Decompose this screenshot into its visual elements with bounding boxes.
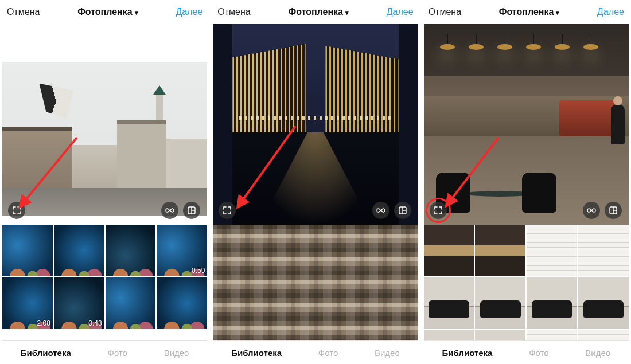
tab-video[interactable]: Видео	[585, 348, 610, 358]
expand-crop-button[interactable]	[430, 202, 447, 219]
collage-icon	[609, 206, 617, 214]
screen-3: Отмена Фотопленка ▾ Далее	[424, 0, 629, 364]
album-title: Фотопленка	[499, 7, 554, 17]
thumbnail[interactable]	[424, 225, 474, 276]
thumbnail[interactable]: 0:59	[157, 225, 207, 276]
album-picker[interactable]: Фотопленка ▾	[499, 7, 560, 17]
expand-icon	[223, 206, 231, 214]
thumbnail-grid[interactable]	[424, 225, 629, 340]
album-picker[interactable]: Фотопленка ▾	[77, 7, 138, 17]
video-duration: 0:43	[88, 319, 102, 327]
thumbnail[interactable]	[157, 277, 207, 329]
boomerang-button[interactable]	[583, 202, 600, 219]
preview-area[interactable]	[213, 24, 418, 225]
thumbnail[interactable]: 2:08	[2, 277, 53, 329]
bottom-tabs: Библиотека Фото Видео	[213, 340, 418, 364]
tab-photo[interactable]: Фото	[107, 348, 127, 358]
thumbnail[interactable]	[424, 330, 474, 340]
thumbnail[interactable]	[2, 225, 53, 276]
next-button[interactable]: Далее	[176, 7, 202, 17]
thumbnail[interactable]	[475, 277, 525, 329]
topbar: Отмена Фотопленка ▾ Далее	[424, 0, 629, 24]
preview-area[interactable]	[424, 24, 629, 225]
tab-photo[interactable]: Фото	[318, 348, 338, 358]
thumbnail[interactable]	[527, 225, 577, 276]
cancel-button[interactable]: Отмена	[429, 7, 461, 17]
album-title: Фотопленка	[289, 7, 344, 17]
next-button[interactable]: Далее	[387, 7, 414, 17]
chevron-down-icon: ▾	[556, 9, 559, 17]
expand-crop-button[interactable]	[8, 202, 25, 219]
thumbnail-grid[interactable]	[213, 225, 418, 340]
chevron-down-icon: ▾	[345, 9, 349, 17]
thumbnail[interactable]	[527, 330, 577, 340]
thumbnail[interactable]	[424, 277, 474, 329]
infinity-icon	[376, 208, 386, 213]
thumbnail[interactable]: 0:43	[54, 277, 104, 329]
album-picker[interactable]: Фотопленка ▾	[289, 7, 349, 17]
collage-icon	[399, 206, 407, 214]
thumbnail[interactable]	[578, 225, 629, 276]
video-duration: 0:59	[192, 267, 205, 275]
boomerang-button[interactable]	[372, 202, 389, 219]
thumbnail[interactable]	[475, 225, 525, 276]
expand-icon	[13, 206, 21, 214]
thumbnail[interactable]	[578, 277, 629, 329]
cancel-button[interactable]: Отмена	[217, 7, 250, 17]
multi-select-button[interactable]	[605, 202, 622, 219]
topbar: Отмена Фотопленка ▾ Далее	[2, 0, 207, 24]
screen-2: Отмена Фотопленка ▾ Далее	[213, 0, 418, 364]
topbar: Отмена Фотопленка ▾ Далее	[213, 0, 418, 24]
thumbnail[interactable]	[475, 330, 525, 340]
tab-video[interactable]: Видео	[164, 348, 189, 358]
chevron-down-icon: ▾	[135, 9, 138, 17]
bottom-tabs: Библиотека Фото Видео	[2, 340, 207, 364]
tab-video[interactable]: Видео	[375, 348, 400, 358]
preview-image	[2, 62, 207, 216]
next-button[interactable]: Далее	[597, 7, 624, 17]
multi-select-button[interactable]	[183, 202, 200, 219]
bottom-tabs: Библиотека Фото Видео	[424, 340, 629, 364]
video-duration: 2:08	[37, 319, 50, 327]
infinity-icon	[165, 208, 175, 213]
thumbnail-blurred[interactable]	[213, 225, 418, 340]
preview-image	[232, 24, 398, 225]
thumbnail-grid[interactable]: 0:59 2:08 0:43	[2, 225, 207, 340]
thumbnail[interactable]	[106, 277, 156, 329]
preview-image	[424, 24, 629, 76]
thumbnail[interactable]	[106, 225, 156, 276]
multi-select-button[interactable]	[394, 202, 411, 219]
tab-library[interactable]: Библиотека	[21, 348, 71, 358]
album-title: Фотопленка	[77, 7, 133, 17]
tab-library[interactable]: Библиотека	[442, 348, 492, 358]
expand-icon	[434, 206, 442, 214]
thumbnail[interactable]	[527, 277, 577, 329]
cancel-button[interactable]: Отмена	[7, 7, 40, 17]
tab-library[interactable]: Библиотека	[231, 348, 282, 358]
screen-1: Отмена Фотопленка ▾ Далее	[2, 0, 207, 364]
thumbnail[interactable]	[54, 225, 104, 276]
tab-photo[interactable]: Фото	[529, 348, 548, 358]
infinity-icon	[586, 208, 597, 213]
boomerang-button[interactable]	[161, 202, 178, 219]
collage-icon	[188, 206, 196, 214]
thumbnail[interactable]	[578, 330, 629, 340]
preview-area[interactable]	[2, 24, 207, 225]
